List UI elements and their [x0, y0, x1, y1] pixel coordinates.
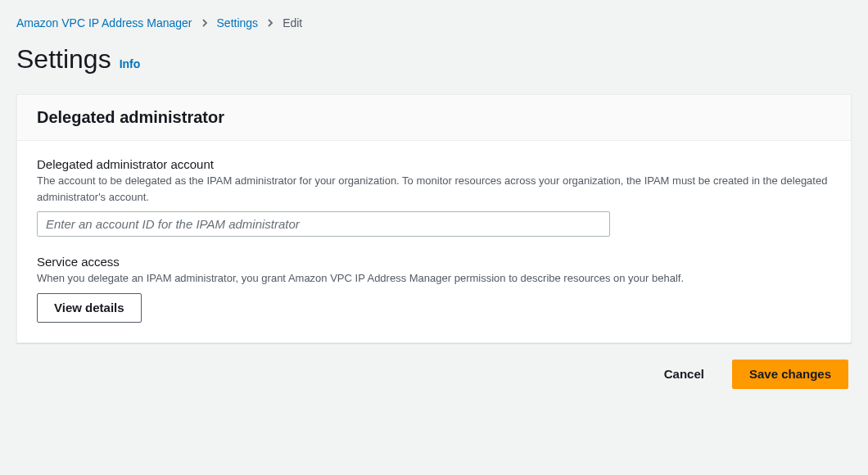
delegated-account-field: Delegated administrator account The acco…: [37, 157, 831, 237]
breadcrumb-link-settings[interactable]: Settings: [217, 16, 259, 29]
panel-title: Delegated administrator: [37, 108, 831, 127]
page-title: Settings: [16, 44, 111, 75]
panel-body: Delegated administrator account The acco…: [17, 141, 851, 342]
delegated-account-input[interactable]: [37, 211, 610, 237]
delegated-account-description: The account to be delegated as the IPAM …: [37, 173, 831, 205]
save-button[interactable]: Save changes: [732, 360, 848, 389]
breadcrumb-current: Edit: [283, 16, 302, 29]
chevron-right-icon: [201, 19, 209, 27]
breadcrumb: Amazon VPC IP Address Manager Settings E…: [16, 16, 852, 29]
breadcrumb-link-ipam[interactable]: Amazon VPC IP Address Manager: [16, 16, 192, 29]
service-access-field: Service access When you delegate an IPAM…: [37, 255, 831, 323]
service-access-description: When you delegate an IPAM administrator,…: [37, 270, 831, 287]
footer-actions: Cancel Save changes: [16, 360, 852, 389]
delegated-account-label: Delegated administrator account: [37, 157, 831, 171]
service-access-label: Service access: [37, 255, 831, 269]
panel-header: Delegated administrator: [17, 95, 851, 141]
chevron-right-icon: [266, 19, 274, 27]
cancel-button[interactable]: Cancel: [648, 360, 721, 389]
page-title-row: Settings Info: [16, 44, 852, 75]
view-details-button[interactable]: View details: [37, 293, 142, 323]
delegated-admin-panel: Delegated administrator Delegated admini…: [16, 94, 852, 343]
info-link[interactable]: Info: [120, 57, 141, 70]
